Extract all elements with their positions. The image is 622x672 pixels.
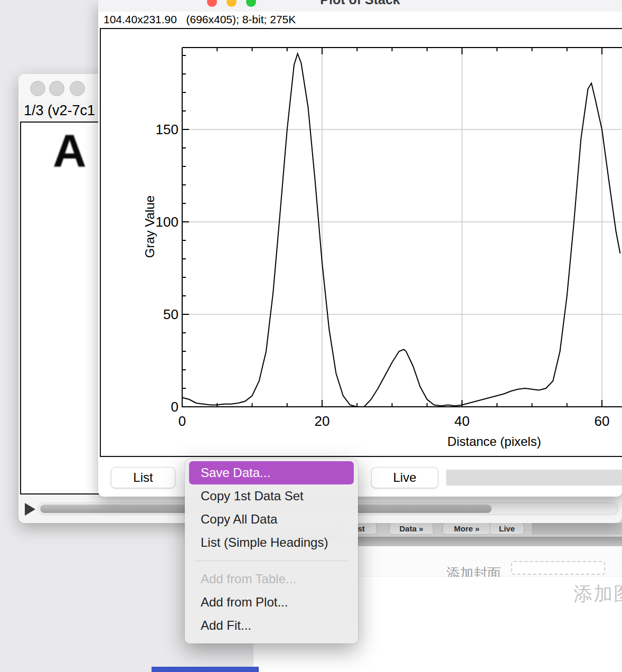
play-icon[interactable] (25, 503, 35, 516)
add-cover-dashed-box[interactable] (511, 561, 605, 575)
menu-item-list-simple-headings[interactable]: List (Simple Headings) (185, 531, 358, 554)
close-icon[interactable] (30, 81, 45, 96)
menu-item-label: List (Simple Headings) (201, 535, 328, 550)
image-window-title: 1/3 (v2-7c1 (24, 102, 95, 119)
menu-item-add-from-table: Add from Table... (185, 567, 358, 591)
list-button-label: List (133, 470, 153, 485)
x-tick-20: 20 (304, 413, 341, 430)
background-data-label: Data » (399, 524, 423, 533)
y-tick-50: 50 (142, 306, 178, 323)
menu-item-label: Add Fit... (201, 618, 251, 633)
live-button-label: Live (393, 470, 416, 485)
menu-item-label: Add from Plot... (201, 595, 288, 610)
image-canvas[interactable]: A (20, 122, 100, 494)
x-tick-40: 40 (444, 413, 480, 430)
x-axis-title: Distance (pixels) (426, 434, 563, 449)
background-live-label: Live (499, 524, 515, 533)
background-live-button[interactable]: Live (489, 522, 524, 535)
y-tick-150: 150 (142, 122, 178, 138)
plot-status-bar (446, 470, 622, 486)
list-button[interactable]: List (111, 467, 175, 488)
menu-item-copy-1st-data-set[interactable]: Copy 1st Data Set (185, 484, 358, 508)
menu-item-add-fit[interactable]: Add Fit... (185, 614, 358, 637)
profile-curve (182, 54, 620, 407)
plot-of-stack-window: Plot of Stack 104.40x231.90 (696x405); 8… (98, 0, 622, 497)
background-more-label: More » (454, 524, 479, 533)
background-more-button[interactable]: More » (442, 522, 491, 535)
menu-item-copy-all-data[interactable]: Copy All Data (185, 508, 358, 531)
add-image-label[interactable]: 添加图 (573, 581, 622, 607)
maximize-icon[interactable] (70, 81, 85, 96)
background-data-button[interactable]: Data » (389, 522, 433, 535)
menu-item-label: Save Data... (201, 465, 270, 480)
menu-separator (194, 561, 348, 561)
background-progress-bar (532, 523, 622, 535)
image-letter: A (53, 124, 87, 178)
live-button[interactable]: Live (371, 467, 438, 488)
menu-item-label: Copy All Data (201, 512, 277, 527)
data-context-menu: Save Data... Copy 1st Data Set Copy All … (185, 459, 358, 643)
menu-item-add-from-plot[interactable]: Add from Plot... (185, 591, 358, 614)
line-chart (98, 0, 622, 465)
menu-item-save-data[interactable]: Save Data... (189, 461, 354, 484)
x-tick-60: 60 (583, 413, 620, 430)
add-cover-label[interactable]: 添加封面 (446, 564, 501, 577)
x-tick-0: 0 (164, 413, 201, 430)
y-axis-title: Gray Value (143, 190, 157, 264)
menu-item-label: Copy 1st Data Set (201, 489, 304, 503)
dock-accent-bar (152, 667, 259, 672)
minimize-icon[interactable] (49, 81, 64, 96)
plot-axes-frame (182, 48, 622, 407)
menu-item-label: Add from Table... (201, 572, 296, 586)
